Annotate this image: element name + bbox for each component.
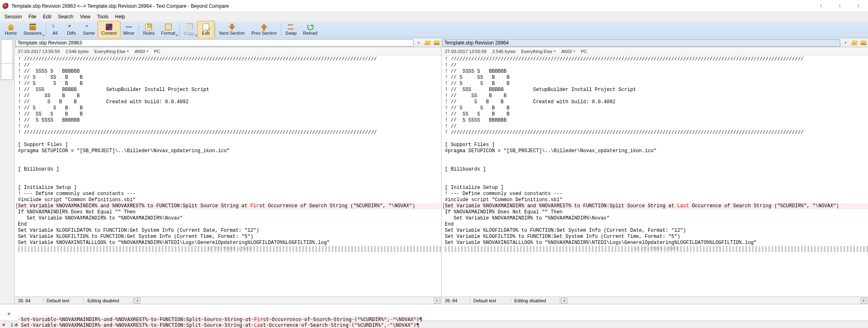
sessions-button[interactable]: Sessions [20,21,45,38]
same-button[interactable]: =Same [80,21,98,38]
reload-button[interactable]: Reload [300,21,321,38]
same-icon: = [85,24,92,30]
left-text-type: Default text [43,298,84,303]
app-icon [2,3,9,9]
left-open-button[interactable] [424,39,431,47]
left-infobar: 27-03-2017 13:55:59 2.546 bytes Everythi… [15,47,441,55]
right-pane: ▾ 27-03-2017 13:55:59 2.545 bytes Everyt… [442,38,868,304]
format-button[interactable]: Format [158,21,179,38]
diff-marker-icon: ≠ [7,311,10,317]
all-icon: ≡ [52,24,58,30]
diffs-icon: ≠ [68,24,75,30]
edit-icon [203,24,209,30]
thumbnail-gutter[interactable] [0,38,15,304]
right-size: 2.545 bytes [492,49,515,54]
right-text-type: Default text [470,298,511,303]
browse-icon [861,40,866,45]
edit-button[interactable]: Edit [198,21,214,38]
maximize-button[interactable]:  [830,0,849,12]
rules-button[interactable]: Rules [140,21,158,38]
prev-icon [261,24,267,30]
left-timestamp: 27-03-2017 13:55:59 [18,49,60,54]
prev-section-button[interactable]: Prev Section [248,21,280,38]
reload-icon [307,24,314,30]
right-cursor-pos: 26: 84 [442,298,470,303]
next-section-button[interactable]: Next Section [216,21,248,38]
left-encoding-combo[interactable]: ANSI [134,49,148,54]
right-pathbar: ▾ [442,38,868,47]
minor-button[interactable]: Minor [120,21,138,38]
minor-icon [125,24,132,30]
right-pane-status: 26: 84 Default text Editing disabled ◂▸ [442,297,868,304]
titlebar: Template.sbp Revision 28963 <--> Templat… [0,0,868,12]
right-timestamp: 27-03-2017 13:55:59 [445,49,486,54]
open-icon [424,40,431,45]
diffs-button[interactable]: ≠Diffs [63,21,80,38]
diff-indicator-icon: ≠ [0,322,7,327]
right-code-view[interactable]: ! //////////////////////////////////////… [442,55,868,297]
right-path-input[interactable] [442,39,840,47]
menu-view[interactable]: View [77,13,94,20]
left-code-view[interactable]: ! //////////////////////////////////////… [15,55,441,297]
context-button[interactable]: Context [98,21,120,38]
menu-search[interactable]: Search [55,13,76,20]
next-icon [229,24,235,30]
minimize-button[interactable]:  [812,0,830,12]
left-path-dropdown[interactable]: ▾ [415,39,422,47]
browse-icon [434,40,440,45]
right-open-button[interactable] [851,39,858,47]
diff-line-summary: ≠ Set·Variable·%NOVAXMAINDIR%·and·%NOVAX… [0,304,868,321]
swap-icon [288,24,294,30]
open-icon [851,40,858,45]
home-icon [8,24,14,30]
close-button[interactable]:  [849,0,868,12]
context-icon [106,24,112,30]
menubar: Session File Edit Search View Tools Help [0,12,868,21]
toolbar: Home Sessions ≡All ≠Diffs =Same Context … [0,21,868,38]
left-pathbar: ▾ [15,38,441,47]
thumbnail[interactable] [1,39,13,80]
right-hscroll[interactable]: ◂▸ [560,298,868,304]
copy-icon [186,24,192,31]
swap-button[interactable]: Swap [282,21,300,38]
left-path-input[interactable] [16,39,413,47]
menu-session[interactable]: Session [2,13,25,20]
copy-button[interactable]: Copy [181,21,198,38]
left-size: 2.546 bytes [65,49,89,54]
format-icon [165,24,172,30]
menu-tools[interactable]: Tools [94,13,112,20]
left-cursor-pos: 26: 84 [15,298,43,303]
left-browse-button[interactable] [433,39,440,47]
menu-edit[interactable]: Edit [40,13,54,20]
right-path-dropdown[interactable]: ▾ [842,39,849,47]
left-pane: ▾ 27-03-2017 13:55:59 2.546 bytes Everyt… [15,38,442,304]
left-filter-combo[interactable]: Everything Else [94,49,129,54]
menu-file[interactable]: File [26,13,39,20]
right-eol: PC [581,49,587,54]
workspace: ▾ 27-03-2017 13:55:59 2.546 bytes Everyt… [0,38,868,304]
all-button[interactable]: ≡All [47,21,63,38]
left-edit-state: Editing disabled [84,298,133,303]
right-encoding-combo[interactable]: ANSI [561,49,575,54]
right-edit-state: Editing disabled [511,298,560,303]
window-title: Template.sbp Revision 28963 <--> Templat… [11,3,812,9]
left-hscroll[interactable]: ◂▸ [133,298,441,304]
right-browse-button[interactable] [860,39,867,47]
rules-icon [145,24,152,30]
right-filter-combo[interactable]: Everything Else [521,49,556,54]
left-eol: PC [154,49,160,54]
sessions-icon [29,24,36,30]
home-button[interactable]: Home [2,21,20,38]
menu-help[interactable]: Help [112,13,128,20]
left-pane-status: 26: 84 Default text Editing disabled ◂▸ [15,297,441,304]
right-infobar: 27-03-2017 13:55:59 2.545 bytes Everythi… [442,47,868,55]
